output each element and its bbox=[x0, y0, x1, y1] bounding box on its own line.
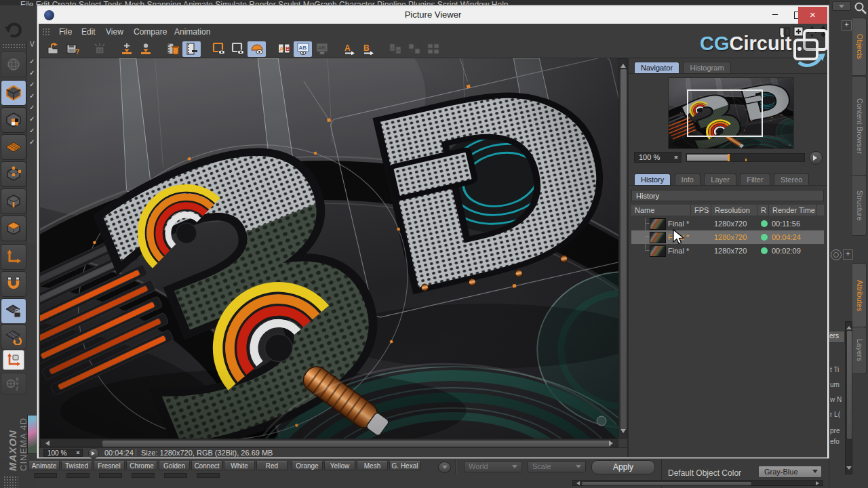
delete-image-button[interactable] bbox=[163, 41, 182, 57]
material-tab[interactable]: Red bbox=[256, 461, 288, 470]
tab-navigator[interactable]: Navigator bbox=[634, 62, 679, 74]
material-tab[interactable]: Twisted bbox=[61, 461, 92, 470]
material-tab[interactable]: G. Hexal bbox=[389, 461, 420, 470]
coords-expand-button[interactable] bbox=[438, 462, 451, 473]
scroll-down-icon[interactable] bbox=[620, 429, 626, 436]
render-settings-button[interactable]: 12 bbox=[90, 41, 108, 57]
column-fps[interactable]: FPS bbox=[691, 205, 711, 216]
column-name[interactable]: Name bbox=[631, 205, 691, 216]
menu-edit[interactable]: Edit bbox=[81, 27, 96, 37]
search-icon[interactable] bbox=[854, 1, 867, 15]
stepper-down-icon[interactable] bbox=[76, 451, 80, 455]
scroll-down-icon[interactable] bbox=[846, 466, 852, 472]
history-row[interactable]: Final * 868x488 00:02:09 bbox=[631, 244, 824, 258]
material-tab[interactable]: Chrome bbox=[126, 461, 157, 470]
navigator-zoom-slider[interactable] bbox=[686, 153, 805, 162]
tab-histogram[interactable]: Histogram bbox=[683, 62, 730, 74]
show-image-b-button[interactable] bbox=[229, 41, 247, 57]
menu-file[interactable]: File bbox=[59, 27, 72, 37]
navigator-view-rect[interactable] bbox=[687, 89, 763, 137]
model-mode-button[interactable] bbox=[1, 80, 26, 106]
material-tab[interactable]: Animate bbox=[28, 461, 60, 470]
grid-ab-button[interactable] bbox=[424, 41, 442, 57]
attributes-hscrollbar[interactable] bbox=[572, 480, 823, 486]
add-tab-icon[interactable] bbox=[793, 26, 804, 37]
navigator-options-button[interactable] bbox=[809, 151, 823, 165]
coords-scale-dropdown[interactable]: Scale bbox=[528, 461, 586, 472]
scroll-right-icon[interactable] bbox=[609, 441, 616, 446]
coordinates-button[interactable] bbox=[3, 350, 24, 370]
show-3d-stereo-button[interactable] bbox=[248, 41, 266, 57]
attributes-vscrollbar[interactable] bbox=[845, 321, 852, 474]
material-tab[interactable]: Connect bbox=[191, 461, 222, 470]
menu-compare[interactable]: Compare bbox=[134, 27, 167, 37]
history-row-selected[interactable]: Final * 868x488 00:04:24 bbox=[631, 230, 824, 244]
add-panel-button[interactable]: + bbox=[842, 20, 852, 30]
material-tab[interactable]: Mesh bbox=[357, 461, 388, 470]
texture-mode-button[interactable] bbox=[1, 107, 26, 133]
save-button[interactable]: ? bbox=[63, 41, 81, 57]
scroll-up-icon[interactable] bbox=[620, 61, 626, 68]
split-view-icon[interactable] bbox=[779, 26, 790, 37]
status-zoom-field[interactable]: 100 % bbox=[43, 449, 83, 457]
link-ab-button[interactable] bbox=[405, 41, 423, 57]
workplane-align-button[interactable] bbox=[1, 324, 26, 350]
scroll-up-icon[interactable] bbox=[846, 323, 852, 329]
material-tab[interactable]: Orange bbox=[292, 461, 323, 470]
compare-ab-button[interactable]: A B bbox=[275, 41, 293, 57]
swap-ab-button[interactable]: AB bbox=[386, 41, 404, 57]
compare-ab-wipe-button[interactable]: AB bbox=[294, 41, 312, 57]
image-vscrollbar[interactable] bbox=[618, 58, 627, 439]
render-image-area[interactable] bbox=[40, 58, 619, 439]
app-main-menu-items[interactable]: File Edit Create Select Tools Mesh Snapp… bbox=[20, 0, 508, 5]
tab-attributes[interactable]: Attributes bbox=[852, 263, 867, 328]
bottom-grip[interactable] bbox=[3, 476, 18, 488]
window-titlebar[interactable]: Picture Viewer – × bbox=[39, 7, 827, 24]
remove-from-history-button[interactable] bbox=[182, 41, 201, 57]
material-tab[interactable]: Fresnel bbox=[94, 461, 125, 470]
open-button[interactable] bbox=[44, 41, 62, 57]
material-tab[interactable]: Golden bbox=[159, 461, 190, 470]
tab-info[interactable]: Info bbox=[675, 174, 701, 186]
globe-mode-button[interactable] bbox=[1, 52, 26, 77]
column-resolution[interactable]: Resolution bbox=[711, 205, 757, 216]
navigator-zoom-field[interactable]: 100 % bbox=[634, 152, 682, 163]
scroll-left-icon[interactable] bbox=[43, 441, 50, 446]
toolbar-grip[interactable] bbox=[2, 43, 25, 49]
column-r[interactable]: R bbox=[757, 205, 769, 216]
tab-stereo[interactable]: Stereo bbox=[774, 174, 809, 186]
move-panel-icon[interactable] bbox=[806, 26, 818, 37]
tab-objects[interactable]: Objects bbox=[852, 18, 867, 76]
attributes-layers-tab-fragment[interactable]: ers bbox=[829, 331, 845, 343]
set-as-a-button[interactable]: A bbox=[340, 41, 358, 57]
move-object-down-button[interactable] bbox=[136, 41, 155, 57]
workplane-button[interactable] bbox=[1, 134, 26, 160]
image-hscrollbar[interactable] bbox=[40, 439, 618, 447]
show-image-a-button[interactable] bbox=[210, 41, 228, 57]
history-row[interactable]: Final * 868x488 00:11:56 bbox=[631, 217, 824, 230]
objects-search-dropdown[interactable] bbox=[832, 1, 851, 11]
menubar-grip[interactable] bbox=[42, 28, 51, 37]
target-icon[interactable] bbox=[831, 249, 842, 260]
material-tab[interactable]: Yellow bbox=[324, 461, 355, 470]
set-as-b-button[interactable]: B bbox=[359, 41, 377, 57]
scroll-right-icon[interactable] bbox=[816, 481, 821, 485]
menu-view[interactable]: View bbox=[106, 27, 123, 37]
apply-button[interactable]: Apply bbox=[591, 460, 655, 474]
tab-filter[interactable]: Filter bbox=[740, 174, 770, 186]
coords-world-dropdown[interactable]: World bbox=[464, 461, 522, 472]
material-tab[interactable]: White bbox=[224, 461, 255, 470]
workplane-lock-button[interactable] bbox=[1, 298, 26, 324]
tab-layers[interactable]: Layers bbox=[852, 327, 867, 374]
xyz-lock-button[interactable]: X Y Z bbox=[1, 373, 26, 394]
snap-button[interactable] bbox=[1, 271, 26, 297]
edges-mode-button[interactable] bbox=[1, 188, 26, 214]
axis-mode-button[interactable] bbox=[1, 244, 26, 270]
compare-ab-diff-button[interactable]: AB bbox=[313, 41, 331, 57]
tab-layer[interactable]: Layer bbox=[704, 174, 736, 186]
add-panel-button[interactable]: + bbox=[843, 249, 853, 260]
points-mode-button[interactable] bbox=[1, 161, 26, 187]
stepper-down-icon[interactable] bbox=[674, 156, 678, 161]
resize-vertical-icon[interactable] bbox=[819, 26, 827, 37]
polygons-mode-button[interactable] bbox=[1, 216, 26, 241]
